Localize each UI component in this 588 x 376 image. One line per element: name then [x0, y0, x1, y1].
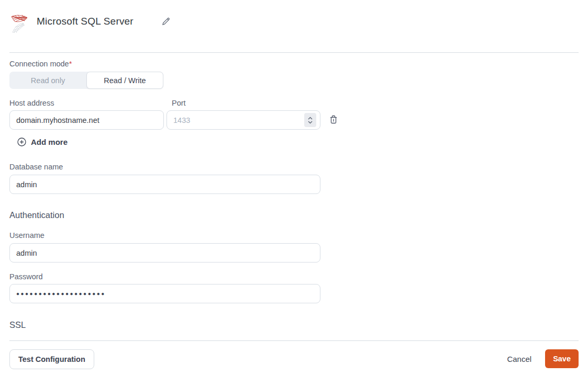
add-more-label: Add more	[31, 138, 68, 146]
page-title: Microsoft SQL Server	[37, 16, 134, 27]
database-name-label: Database name	[9, 163, 63, 171]
toggle-option-read-write[interactable]: Read / Write	[86, 72, 163, 89]
password-input[interactable]	[9, 284, 320, 303]
footer-divider	[9, 340, 579, 341]
database-name-input[interactable]	[9, 175, 320, 194]
chevron-up-icon	[308, 117, 313, 120]
password-label: Password	[9, 272, 43, 281]
header-divider	[9, 52, 579, 53]
footer-actions: Cancel Save	[507, 349, 579, 368]
test-configuration-button[interactable]: Test Configuration	[9, 349, 94, 369]
number-stepper[interactable]	[304, 113, 316, 127]
plus-circle-icon	[17, 138, 26, 146]
connection-mode-toggle: Read only Read / Write	[9, 72, 163, 89]
port-label: Port	[172, 99, 186, 107]
database-connection-form: Microsoft SQL Server Connection mode* Re…	[0, 0, 588, 376]
host-address-label: Host address	[9, 99, 54, 107]
username-label: Username	[9, 231, 45, 240]
save-button[interactable]: Save	[545, 349, 579, 368]
username-input[interactable]	[9, 243, 320, 263]
cancel-button[interactable]: Cancel	[507, 355, 531, 363]
sql-server-logo-icon	[10, 12, 30, 33]
add-more-button[interactable]: Add more	[17, 138, 68, 146]
ssl-heading: SSL	[9, 320, 26, 330]
trash-icon[interactable]	[329, 115, 339, 125]
chevron-down-icon	[308, 121, 313, 124]
port-input[interactable]	[167, 110, 320, 130]
toggle-option-read-only[interactable]: Read only	[9, 72, 86, 89]
authentication-heading: Authentication	[9, 210, 64, 220]
pencil-icon[interactable]	[161, 16, 171, 27]
connection-mode-label: Connection mode*	[9, 60, 72, 68]
required-asterisk: *	[69, 60, 72, 68]
host-address-input[interactable]	[9, 110, 164, 130]
